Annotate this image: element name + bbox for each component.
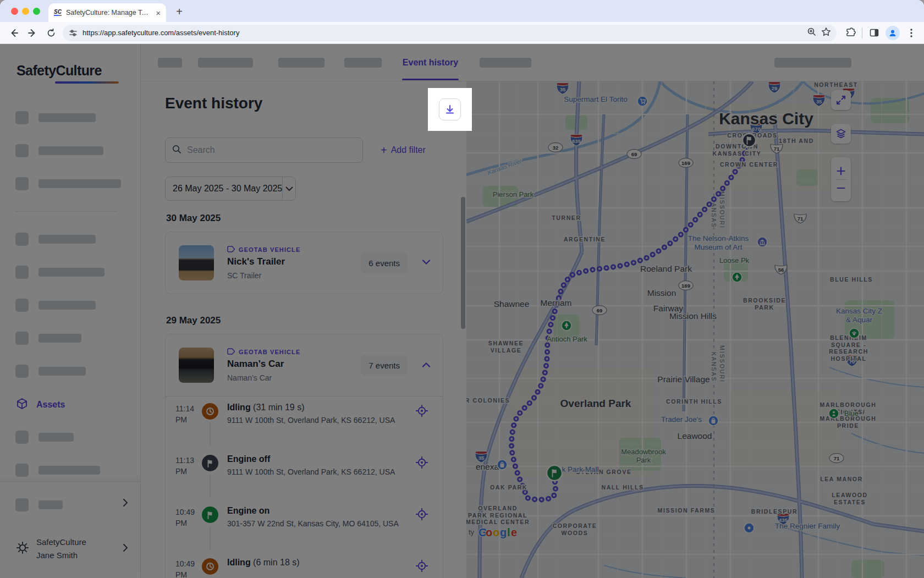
asset-event-card[interactable]: GEOTAB VEHICLENick's TrailerSC Trailer6 … bbox=[165, 232, 443, 294]
sidebar-item-skeleton bbox=[15, 233, 29, 246]
forward-icon[interactable] bbox=[23, 24, 42, 42]
map-label: ESTATES bbox=[834, 499, 866, 505]
zoo-poi[interactable] bbox=[849, 328, 859, 338]
new-tab-button[interactable]: + bbox=[172, 4, 187, 20]
map-label: PARK bbox=[755, 304, 774, 311]
locate-on-map-icon[interactable] bbox=[415, 559, 428, 575]
asset-type-badge: GEOTAB VEHICLE bbox=[227, 348, 300, 356]
asset-type-label: GEOTAB VEHICLE bbox=[239, 246, 300, 253]
asset-title: Nick's Trailer bbox=[227, 256, 300, 267]
close-window-button[interactable] bbox=[11, 8, 18, 15]
google-logo: l bbox=[507, 526, 510, 538]
map-label: Prairie Village bbox=[657, 375, 710, 384]
sidebar-item-assets[interactable]: Assets bbox=[0, 395, 141, 415]
download-events-button-highlighted[interactable] bbox=[439, 98, 461, 120]
browser-menu-icon[interactable] bbox=[902, 24, 921, 42]
sidebar-item-skeleton bbox=[38, 113, 96, 122]
tab-event-history[interactable]: Event history bbox=[402, 44, 459, 81]
loose-park-poi[interactable] bbox=[732, 272, 742, 282]
gear-icon bbox=[15, 541, 30, 557]
blue-park-poi[interactable] bbox=[829, 409, 839, 419]
map-label: CORPORATE bbox=[553, 522, 597, 529]
trader-joes-poi[interactable] bbox=[708, 416, 718, 426]
event-list: 11:14PMIdling (31 min 19 s)9111 W 100th … bbox=[166, 397, 443, 578]
search-field[interactable] bbox=[186, 145, 356, 156]
app-header-tabs bbox=[141, 44, 924, 81]
map-label: OAK PARK bbox=[490, 484, 527, 491]
map-expand-button[interactable] bbox=[831, 90, 851, 110]
chevron-right-icon[interactable] bbox=[123, 498, 128, 509]
event-title: Engine off bbox=[227, 454, 410, 464]
zoom-in-button[interactable] bbox=[837, 167, 845, 175]
sidebar-item-skeleton bbox=[15, 464, 29, 477]
asset-event-card[interactable]: GEOTAB VEHICLENaman's CarNaman's Car7 ev… bbox=[165, 334, 443, 578]
chevron-right-icon[interactable] bbox=[123, 543, 128, 554]
browser-tab[interactable]: SC SafetyCulture: Manage Teams and... × bbox=[48, 3, 166, 22]
locate-on-map-icon[interactable] bbox=[415, 404, 428, 420]
url-text[interactable]: https://app.safetyculture.com/assets/eve… bbox=[82, 29, 802, 37]
search-icon bbox=[172, 145, 182, 156]
regnier-poi[interactable] bbox=[744, 523, 754, 533]
close-tab-icon[interactable]: × bbox=[156, 9, 161, 17]
antioch-park-poi[interactable] bbox=[562, 321, 571, 331]
user-account-row[interactable]: SafetyCulture Jane Smith bbox=[0, 536, 140, 562]
google-logo: o bbox=[493, 526, 499, 538]
map-region[interactable]: MISSOURIMISSOURIKANSASKANSASKansas River… bbox=[466, 81, 924, 578]
event-time: 10:49PM bbox=[175, 558, 201, 578]
engine-off-icon bbox=[202, 455, 218, 471]
map-label: VILLAGE bbox=[491, 347, 522, 354]
assets-cube-icon bbox=[15, 397, 29, 412]
map-label: Park bbox=[636, 456, 651, 464]
asset-type-label: GEOTAB VEHICLE bbox=[239, 349, 300, 355]
asset-card-header[interactable]: GEOTAB VEHICLENick's TrailerSC Trailer6 … bbox=[166, 232, 443, 294]
svg-text:35: 35 bbox=[560, 86, 566, 92]
back-icon[interactable] bbox=[4, 24, 23, 42]
map-label: BLUE HILLS bbox=[830, 276, 873, 283]
event-row[interactable]: 10:49PMEngine on301-357 W 22nd St, Kansa… bbox=[166, 500, 443, 552]
side-panel-icon[interactable] bbox=[865, 24, 883, 42]
add-filter-button[interactable]: + Add filter bbox=[381, 143, 426, 157]
svg-text:71: 71 bbox=[834, 455, 840, 461]
museum-poi[interactable] bbox=[757, 237, 767, 247]
event-time-part: PM bbox=[175, 569, 201, 578]
map-label: HOSPITAL bbox=[831, 355, 866, 362]
zoom-window-button[interactable] bbox=[33, 8, 40, 15]
sidebar-item-skeleton bbox=[38, 301, 96, 310]
map-layers-button[interactable] bbox=[831, 124, 851, 144]
bookmark-star-icon[interactable] bbox=[821, 27, 831, 39]
asset-card-header[interactable]: GEOTAB VEHICLENaman's CarNaman's Car7 ev… bbox=[166, 334, 443, 396]
search-input[interactable] bbox=[165, 137, 363, 163]
event-body: Engine on301-357 W 22nd St, Kansas City,… bbox=[227, 506, 410, 528]
nav-tab-skeleton bbox=[158, 58, 182, 68]
event-row[interactable]: 10:49PMIdling (6 min 18 s) bbox=[166, 552, 443, 578]
date-range-select[interactable]: 26 May 2025 - 30 May 2025 bbox=[165, 177, 296, 201]
panel-scrollbar[interactable] bbox=[461, 197, 465, 329]
zoom-page-icon[interactable] bbox=[807, 27, 817, 39]
extensions-icon[interactable] bbox=[841, 24, 860, 42]
chevron-down-icon[interactable] bbox=[282, 177, 295, 200]
route-start-marker bbox=[547, 465, 562, 481]
url-bar[interactable]: https://app.safetyculture.com/assets/eve… bbox=[63, 25, 837, 41]
zoom-out-button[interactable] bbox=[837, 184, 845, 192]
minimize-window-button[interactable] bbox=[22, 8, 29, 15]
event-row[interactable]: 11:14PMIdling (31 min 19 s)9111 W 100th … bbox=[166, 397, 443, 448]
svg-text:69: 69 bbox=[597, 307, 603, 313]
sidebar-divider bbox=[15, 211, 117, 212]
supermart-poi[interactable] bbox=[637, 96, 647, 106]
event-connector bbox=[210, 423, 211, 446]
map-label: Supermart El Torito bbox=[564, 95, 627, 103]
map-label: SQUARE - bbox=[831, 342, 866, 348]
locate-on-map-icon[interactable] bbox=[415, 456, 428, 471]
oak-park-mall-poi[interactable] bbox=[497, 460, 507, 470]
event-time-part: 11:14 bbox=[175, 403, 201, 414]
event-address: 301-357 W 22nd St, Kansas City, MO 64105… bbox=[227, 519, 410, 528]
map-label: BROOKSIDE bbox=[743, 297, 786, 304]
chevron-down-icon[interactable] bbox=[422, 257, 431, 267]
event-row[interactable]: 11:13PMEngine off9111 W 100th St, Overla… bbox=[166, 448, 443, 500]
map-label: LEAWOOD bbox=[832, 492, 867, 498]
locate-on-map-icon[interactable] bbox=[415, 508, 428, 523]
profile-avatar[interactable] bbox=[883, 24, 902, 42]
idling-icon bbox=[202, 558, 218, 575]
reload-icon[interactable] bbox=[42, 24, 61, 42]
chevron-up-icon[interactable] bbox=[422, 360, 431, 370]
